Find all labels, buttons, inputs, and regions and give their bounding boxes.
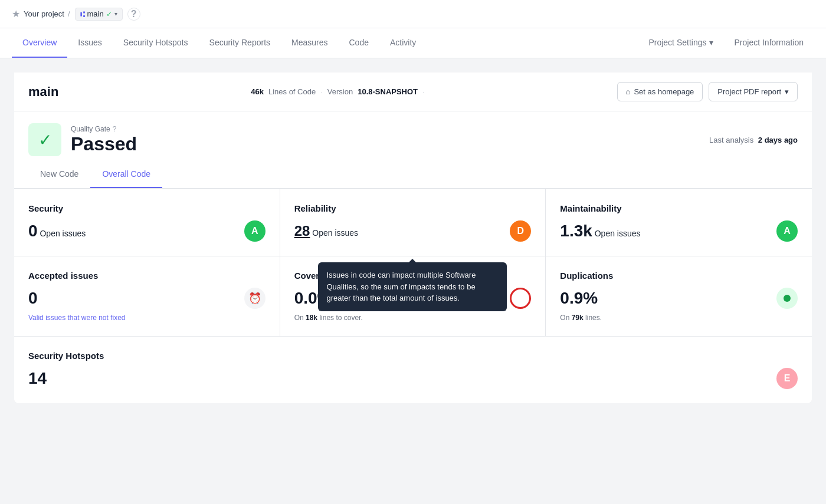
duplications-sub: On 79k lines.	[560, 314, 798, 322]
quality-gate-label: Quality Gate ?	[71, 125, 137, 133]
metric-security-title: Security	[28, 203, 266, 213]
metric-coverage-row: 0.0%	[294, 288, 532, 309]
metric-reliability-row: 28 Open issues D	[294, 220, 532, 242]
hotspots-badge[interactable]: E	[776, 368, 798, 389]
quality-gate-section: ✓ Quality Gate ? Passed Last analysis 2 …	[14, 111, 812, 161]
maintainability-badge[interactable]: A	[776, 220, 798, 242]
nav-item-overview[interactable]: Overview	[12, 28, 67, 58]
metric-security-hotspots: Security Hotspots 14 E	[14, 337, 812, 403]
quality-gate-left: ✓ Quality Gate ? Passed	[28, 123, 137, 156]
branch-actions: ⌂ Set as homepage Project PDF report ▾	[617, 82, 798, 101]
nav-item-activity[interactable]: Activity	[379, 28, 427, 58]
main-card: main 46k Lines of Code · Version 10.8-SN…	[14, 73, 812, 403]
metric-security-row: 0 Open issues A	[28, 220, 266, 242]
breadcrumb-separator: /	[68, 9, 70, 18]
coverage-circle-icon	[510, 288, 531, 309]
lines-label: Lines of Code	[268, 87, 316, 96]
tab-new-code[interactable]: New Code	[28, 161, 90, 188]
metrics-grid-row3: Security Hotspots 14 E	[14, 337, 812, 403]
branch-header: main 46k Lines of Code · Version 10.8-SN…	[14, 73, 812, 111]
pdf-report-button[interactable]: Project PDF report ▾	[709, 82, 798, 101]
metric-accepted-row: 0 ⏰	[28, 288, 266, 309]
project-link[interactable]: Your project	[24, 9, 64, 18]
maintainability-open-issues-label: Open issues	[595, 229, 641, 238]
security-badge[interactable]: A	[244, 220, 266, 242]
settings-chevron-icon: ▾	[709, 38, 713, 47]
metric-duplications-row: 0.9%	[560, 288, 798, 309]
metric-reliability-value-wrap: 28 Open issues	[294, 223, 358, 239]
metrics-grid-row1: Security 0 Open issues A Reliability 28 …	[14, 189, 812, 256]
accepted-issues-icon: ⏰	[244, 288, 266, 309]
top-bar: ★ Your project / ⑆ main ✓ ▾ ?	[0, 0, 826, 28]
quality-gate-check-icon: ✓	[38, 130, 52, 150]
metric-hotspots-row: 14 E	[28, 368, 798, 389]
help-icon[interactable]: ?	[127, 8, 140, 21]
star-icon[interactable]: ★	[12, 8, 20, 19]
dot-separator2: ·	[422, 87, 425, 96]
nav-item-code[interactable]: Code	[339, 28, 379, 58]
nav-item-issues[interactable]: Issues	[67, 28, 112, 58]
lines-count: 46k	[251, 87, 264, 96]
tab-overall-code[interactable]: Overall Code	[90, 161, 162, 188]
branch-meta: 46k Lines of Code · Version 10.8-SNAPSHO…	[251, 87, 424, 96]
nav-item-security-hotspots[interactable]: Security Hotspots	[113, 28, 199, 58]
branch-title: main	[28, 84, 58, 100]
metric-coverage: Coverage 0.0% On 18k lines to cover.	[280, 256, 546, 337]
branch-badge[interactable]: ⑆ main ✓ ▾	[75, 8, 123, 21]
metric-coverage-title: Coverage	[294, 271, 532, 281]
nav-item-security-reports[interactable]: Security Reports	[199, 28, 281, 58]
dup-dot	[784, 295, 791, 302]
set-homepage-button[interactable]: ⌂ Set as homepage	[617, 82, 703, 101]
metric-duplications: Duplications 0.9% On 79k lines.	[546, 256, 812, 337]
nav-right: Project Settings ▾ Project Information	[638, 28, 814, 58]
quality-gate-help-icon[interactable]: ?	[113, 125, 117, 133]
breadcrumb: ★ Your project /	[12, 8, 70, 19]
duplications-dot-icon	[776, 288, 798, 309]
metric-accepted-issues: Accepted issues 0 ⏰ Valid issues that we…	[14, 256, 280, 337]
alarm-icon: ⏰	[248, 292, 261, 305]
metric-maintainability-title: Maintainability	[560, 203, 798, 213]
quality-gate-badge: ✓	[28, 123, 61, 156]
check-icon: ✓	[106, 10, 112, 18]
metric-reliability: Reliability 28 Open issues D Issues in c…	[280, 189, 546, 256]
dot-separator: ·	[320, 87, 323, 96]
metrics-grid-row2: Accepted issues 0 ⏰ Valid issues that we…	[14, 256, 812, 337]
metric-accepted-title: Accepted issues	[28, 271, 266, 281]
metric-reliability-title: Reliability	[294, 203, 532, 213]
quality-gate-meta: Last analysis 2 days ago	[709, 136, 798, 144]
metric-security-value: 0 Open issues	[28, 222, 86, 241]
accepted-issues-sub: Valid issues that were not fixed	[28, 314, 266, 322]
nav-item-measures[interactable]: Measures	[281, 28, 338, 58]
chevron-down-icon: ▾	[114, 11, 117, 17]
nav-item-project-information[interactable]: Project Information	[724, 28, 815, 58]
main-nav: Overview Issues Security Hotspots Securi…	[0, 28, 826, 58]
reliability-badge[interactable]: D	[510, 220, 531, 242]
metric-maintainability-row: 1.3k Open issues A	[560, 220, 798, 242]
quality-gate-status: Passed	[71, 133, 137, 155]
metric-maintainability-value-wrap: 1.3k Open issues	[560, 222, 640, 241]
metric-hotspots-title: Security Hotspots	[28, 351, 798, 361]
metric-maintainability: Maintainability 1.3k Open issues A	[546, 189, 812, 256]
metric-duplications-title: Duplications	[560, 271, 798, 281]
reliability-open-issues-label: Open issues	[312, 228, 358, 238]
version-label: Version	[327, 87, 353, 96]
nav-item-project-settings[interactable]: Project Settings ▾	[638, 28, 723, 58]
branch-icon: ⑆	[80, 9, 85, 19]
security-open-issues-label: Open issues	[40, 229, 86, 238]
home-icon: ⌂	[626, 87, 631, 96]
branch-name: main	[87, 9, 104, 18]
metric-security: Security 0 Open issues A	[14, 189, 280, 256]
content-area: main 46k Lines of Code · Version 10.8-SN…	[0, 58, 826, 504]
coverage-sub: On 18k lines to cover.	[294, 314, 532, 322]
metric-reliability-value[interactable]: 28	[294, 223, 310, 239]
pdf-chevron-icon: ▾	[785, 87, 789, 96]
version-value: 10.8-SNAPSHOT	[358, 87, 418, 96]
tabs-section: New Code Overall Code	[14, 161, 812, 189]
quality-gate-text: Quality Gate ? Passed	[71, 125, 137, 155]
